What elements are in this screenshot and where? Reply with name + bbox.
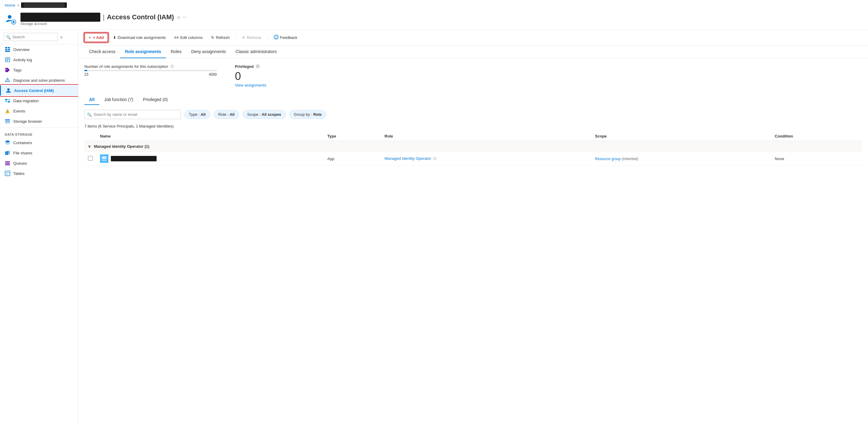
collapse-sidebar-button[interactable]: «	[60, 35, 63, 39]
search-box-icon: 🔍	[87, 112, 92, 117]
sidebar: 🔍 « Overview Activity log	[0, 30, 78, 424]
privileged-count: 0	[235, 70, 267, 83]
tab-deny-assignments[interactable]: Deny assignments	[186, 46, 231, 58]
row-condition-value: None	[775, 156, 784, 161]
row-role-link[interactable]: Managed Identity Operator	[384, 156, 431, 161]
group-chevron-icon[interactable]: ∨	[88, 144, 91, 149]
sidebar-item-data-migration[interactable]: Data migration	[0, 95, 78, 106]
sidebar-item-diagnose-label: Diagnose and solve problems	[13, 78, 65, 83]
svg-rect-17	[8, 101, 10, 103]
sidebar-item-events[interactable]: ! Events	[0, 106, 78, 116]
sidebar-item-access-control[interactable]: Access Control (IAM)	[0, 85, 78, 95]
filter-tab-privileged[interactable]: Privileged (0)	[138, 95, 172, 105]
sidebar-item-containers-label: Containers	[13, 141, 32, 145]
search-box-wrap: 🔍	[84, 110, 181, 119]
feedback-button[interactable]: Feedback	[270, 33, 301, 42]
sidebar-item-tables[interactable]: Tables	[0, 168, 78, 178]
subscription-info-icon[interactable]: ⓘ	[170, 64, 174, 69]
subscription-stat-label: Number of role assignments for this subs…	[84, 64, 217, 69]
svg-point-0	[8, 15, 11, 19]
sidebar-item-queues[interactable]: Queues	[0, 158, 78, 168]
refresh-icon: ↻	[211, 35, 214, 40]
main-content: + + Add ⬇ Download role assignments ≡≡ E…	[78, 30, 868, 424]
tab-role-assignments-label: Role assignments	[125, 49, 161, 54]
favorite-icon[interactable]: ☆	[177, 15, 181, 20]
tab-classic-administrators-label: Classic administrators	[236, 49, 277, 54]
tab-classic-administrators[interactable]: Classic administrators	[231, 46, 282, 58]
add-button[interactable]: + + Add	[84, 33, 108, 42]
groupby-chip-value: Role	[313, 112, 322, 117]
sidebar-item-file-shares[interactable]: File shares	[0, 148, 78, 158]
sidebar-item-diagnose[interactable]: Diagnose and solve problems	[0, 75, 78, 85]
content-area: Number of role assignments for this subs…	[78, 58, 868, 172]
svg-text:!: !	[7, 110, 8, 113]
edit-columns-button[interactable]: ≡≡ Edit columns	[170, 33, 206, 41]
items-summary: 7 items (6 Service Principals, 1 Managed…	[84, 124, 862, 129]
sidebar-item-tags-label: Tags	[13, 68, 21, 73]
table-header-row: Name Type Role Scope Condition	[84, 132, 862, 141]
sidebar-nav: Overview Activity log Tags Diagnose and …	[0, 44, 78, 424]
row-name-cell: ████████████████	[96, 152, 324, 166]
edit-columns-button-label: Edit columns	[180, 35, 203, 40]
filter-tab-job-function[interactable]: Job function (7)	[99, 95, 138, 105]
more-options-icon[interactable]: ···	[183, 15, 187, 20]
tab-roles-label: Roles	[171, 49, 182, 54]
sidebar-item-activity-log[interactable]: Activity log	[0, 55, 78, 65]
scope-chip-value: All scopes	[262, 112, 281, 117]
sidebar-search-input[interactable]	[4, 33, 58, 41]
breadcrumb-current: ████████████████	[21, 2, 67, 8]
tab-check-access[interactable]: Check access	[84, 46, 120, 58]
breadcrumb-home[interactable]: Home	[5, 3, 16, 7]
svg-point-15	[7, 88, 10, 91]
feedback-icon	[274, 35, 279, 40]
sidebar-item-file-shares-label: File shares	[13, 151, 33, 155]
col-checkbox	[84, 132, 96, 141]
breadcrumb: Home > ████████████████	[0, 0, 868, 10]
filter-tab-all[interactable]: All	[84, 95, 99, 105]
remove-button-label: Remove	[247, 35, 261, 40]
row-checkbox[interactable]	[88, 156, 93, 161]
remove-icon: ✕	[242, 35, 245, 40]
sidebar-item-tags[interactable]: Tags	[0, 65, 78, 75]
scope-filter-chip[interactable]: Scope : All scopes	[243, 110, 286, 119]
tables-icon	[5, 171, 10, 176]
sidebar-item-storage-browser[interactable]: Storage browser	[0, 116, 78, 126]
type-filter-chip[interactable]: Type : All	[184, 110, 210, 119]
filter-tab-job-function-label: Job function (7)	[104, 97, 133, 102]
row-scope-link[interactable]: Resource group	[595, 157, 621, 161]
privileged-info-icon[interactable]: ⓘ	[256, 64, 259, 69]
queues-icon	[5, 161, 10, 166]
migration-icon	[5, 98, 10, 104]
stat-bar-wrap	[84, 70, 217, 71]
svg-point-14	[7, 81, 8, 81]
groupby-filter-chip[interactable]: Group by : Role	[289, 110, 326, 119]
sidebar-item-overview[interactable]: Overview	[0, 44, 78, 55]
row-checkbox-cell	[84, 152, 96, 166]
sidebar-item-events-label: Events	[13, 109, 25, 113]
view-assignments-link[interactable]: View assignments	[235, 83, 267, 87]
stat-max: 4000	[209, 73, 217, 77]
sidebar-item-containers[interactable]: Containers	[0, 138, 78, 148]
type-chip-prefix: Type :	[189, 112, 200, 117]
toolbar: + + Add ⬇ Download role assignments ≡≡ E…	[78, 30, 868, 46]
tab-deny-assignments-label: Deny assignments	[191, 49, 226, 54]
group-header-cell: ∨ Managed Identity Operator (1)	[84, 141, 862, 152]
svg-rect-27	[5, 161, 10, 162]
col-type: Type	[324, 132, 381, 141]
refresh-button-label: Refresh	[216, 35, 230, 40]
svg-point-33	[274, 35, 278, 39]
sidebar-item-storage-browser-label: Storage browser	[13, 119, 42, 124]
col-role: Role	[381, 132, 591, 141]
download-button[interactable]: ⬇ Download role assignments	[109, 33, 169, 41]
role-info-icon[interactable]: ⓘ	[433, 156, 436, 161]
remove-button[interactable]: ✕ Remove	[238, 33, 265, 41]
fileshares-icon	[5, 150, 10, 155]
refresh-button[interactable]: ↻ Refresh	[208, 33, 234, 41]
role-search-input[interactable]	[84, 110, 181, 119]
filter-tabs: All Job function (7) Privileged (0)	[84, 95, 862, 105]
svg-rect-28	[5, 163, 10, 164]
tab-roles[interactable]: Roles	[166, 46, 186, 58]
svg-rect-6	[8, 49, 10, 50]
tab-role-assignments[interactable]: Role assignments	[120, 46, 166, 58]
role-filter-chip[interactable]: Role : All	[214, 110, 239, 119]
